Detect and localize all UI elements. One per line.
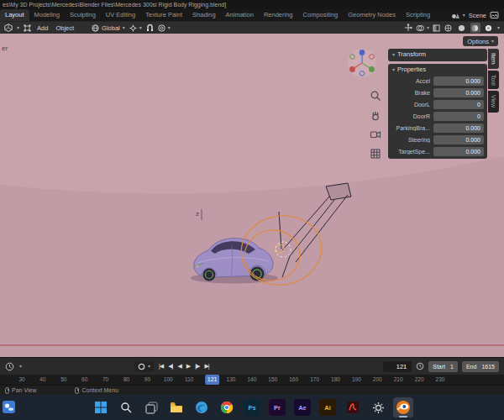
premiere-icon[interactable]: Pr: [267, 397, 287, 417]
workspace-tab-layout[interactable]: Layout: [0, 9, 29, 21]
property-value-field[interactable]: 0.000: [433, 76, 484, 86]
ruler-tick-130[interactable]: 130: [227, 376, 236, 382]
settings-icon[interactable]: [368, 397, 388, 417]
file-explorer-icon[interactable]: [166, 397, 186, 417]
windows-taskbar: Ps Pr Ae Ai: [0, 395, 504, 420]
play-reverse-button[interactable]: ◀: [177, 363, 181, 370]
workspace-tab-rendering[interactable]: Rendering: [259, 9, 298, 21]
property-value-field[interactable]: 0.000: [433, 135, 484, 144]
end-frame-field[interactable]: End 1615: [462, 361, 499, 372]
ruler-tick-140[interactable]: 140: [247, 376, 256, 382]
jump-to-end-button[interactable]: ▶|: [204, 363, 208, 370]
options-button[interactable]: Options ▾: [463, 36, 498, 46]
preview-range-icon[interactable]: [416, 362, 424, 370]
toggle-ortho-icon[interactable]: [369, 147, 382, 160]
current-frame-field[interactable]: 121: [383, 361, 412, 372]
illustrator-icon[interactable]: Ai: [318, 397, 338, 417]
camera-view-icon[interactable]: [369, 128, 382, 141]
acrobat-icon[interactable]: [343, 397, 363, 417]
photoshop-icon[interactable]: Ps: [242, 397, 262, 417]
ruler-tick-190[interactable]: 190: [352, 376, 361, 382]
snap-magnet-icon[interactable]: [146, 24, 154, 32]
ruler-tick-40[interactable]: 40: [39, 376, 45, 382]
task-view-icon[interactable]: [141, 397, 161, 417]
ruler-tick-150[interactable]: 150: [268, 376, 277, 382]
ruler-tick-100[interactable]: 100: [164, 376, 173, 382]
ruler-tick-180[interactable]: 180: [331, 376, 340, 382]
ruler-tick-50[interactable]: 50: [60, 376, 66, 382]
property-value-field[interactable]: 0: [433, 112, 484, 121]
overlays-dropdown[interactable]: ▾: [416, 24, 429, 32]
shading-rendered-icon[interactable]: [484, 23, 494, 33]
editor-type-icon[interactable]: [4, 24, 13, 32]
pan-tool-icon[interactable]: [369, 108, 382, 122]
sidebar-tab-item[interactable]: Item: [488, 49, 499, 69]
property-value-field[interactable]: 0.000: [433, 88, 484, 97]
transform-panel-header[interactable]: ▾ Transform: [388, 49, 487, 60]
property-value-field[interactable]: 0.000: [433, 123, 484, 133]
add-menu[interactable]: Add: [35, 24, 50, 32]
auto-keying-toggle[interactable]: ▾: [134, 361, 154, 372]
workspace-tab-scripting[interactable]: Scripting: [401, 9, 435, 21]
zoom-tool-icon[interactable]: [369, 89, 382, 102]
sidebar-tab-tool[interactable]: Tool: [488, 71, 499, 90]
chrome-browser-icon[interactable]: [217, 397, 237, 417]
workspace-tab-sculpting[interactable]: Sculpting: [65, 9, 101, 21]
orientation-dropdown[interactable]: Global ▾: [92, 24, 125, 32]
property-row-doorl: DoorL0: [388, 98, 487, 110]
property-value-field[interactable]: 0: [433, 100, 484, 109]
workspace-tab-compositing[interactable]: Compositing: [298, 9, 344, 21]
ruler-tick-70[interactable]: 70: [102, 376, 108, 382]
scene-name[interactable]: Scene: [469, 12, 486, 19]
previous-keyframe-button[interactable]: ◀|: [168, 363, 172, 370]
workspace-tab-uv-editing[interactable]: UV Editing: [101, 9, 140, 21]
view-layer-icon[interactable]: [490, 11, 499, 19]
shading-material-icon[interactable]: [470, 23, 480, 33]
properties-panel-header[interactable]: ▾ Properties: [388, 64, 487, 75]
aftereffects-icon[interactable]: Ae: [292, 397, 312, 417]
ruler-tick-210[interactable]: 210: [394, 376, 403, 382]
shading-wireframe-icon[interactable]: [444, 23, 454, 33]
xray-toggle-icon[interactable]: [433, 24, 440, 32]
ruler-tick-60[interactable]: 60: [81, 376, 87, 382]
search-icon[interactable]: [116, 397, 136, 417]
next-keyframe-button[interactable]: |▶: [195, 363, 199, 370]
workspace-tab-geometry-nodes[interactable]: Geometry Nodes: [343, 9, 401, 21]
ruler-tick-30[interactable]: 30: [18, 376, 24, 382]
ruler-tick-230[interactable]: 230: [436, 376, 445, 382]
show-gizmo-icon[interactable]: [404, 24, 412, 32]
start-button[interactable]: [91, 397, 111, 417]
jump-to-start-button[interactable]: |◀: [159, 363, 163, 370]
ruler-tick-110[interactable]: 110: [185, 376, 193, 382]
workspace-tab-shading[interactable]: Shading: [187, 9, 221, 21]
snap-target-dropdown[interactable]: ▾: [129, 24, 142, 32]
sidebar-tab-view[interactable]: View: [488, 91, 499, 112]
ruler-tick-160[interactable]: 160: [289, 376, 298, 382]
ruler-tick-170[interactable]: 170: [310, 376, 319, 382]
3d-viewport[interactable]: z er Option: [0, 34, 504, 357]
ruler-tick-220[interactable]: 220: [415, 376, 424, 382]
property-value-field[interactable]: 0.000: [433, 147, 484, 156]
start-frame-field[interactable]: Start 1: [428, 361, 458, 372]
timeline-ruler[interactable]: 121 304050607080901001101301401501601701…: [0, 375, 504, 385]
workspace-tab-texture-paint[interactable]: Texture Paint: [140, 9, 187, 21]
object-menu[interactable]: Object: [54, 24, 76, 32]
workspace-tab-modeling[interactable]: Modeling: [29, 9, 65, 21]
ruler-tick-90[interactable]: 90: [144, 376, 150, 382]
workspace-tab-animation[interactable]: Animation: [221, 9, 259, 21]
blender-app-icon[interactable]: [393, 397, 413, 417]
proportional-edit-icon: [158, 24, 165, 32]
sidebar-tabs: ItemToolView: [488, 49, 499, 113]
navigation-gizmo[interactable]: [346, 47, 378, 82]
ruler-tick-80[interactable]: 80: [123, 376, 129, 382]
shading-solid-icon[interactable]: [457, 23, 467, 33]
timeline-editor-icon[interactable]: [5, 362, 14, 371]
edge-browser-icon[interactable]: [192, 397, 212, 417]
play-button[interactable]: ▶: [186, 363, 190, 370]
property-row-steering: Steering0.000: [388, 134, 487, 145]
ruler-tick-200[interactable]: 200: [373, 376, 382, 382]
proportional-edit-dropdown[interactable]: ▾: [158, 24, 171, 32]
widgets-icon[interactable]: [3, 401, 16, 414]
object-mode-icon[interactable]: [24, 24, 31, 32]
playhead[interactable]: 121: [205, 375, 220, 385]
